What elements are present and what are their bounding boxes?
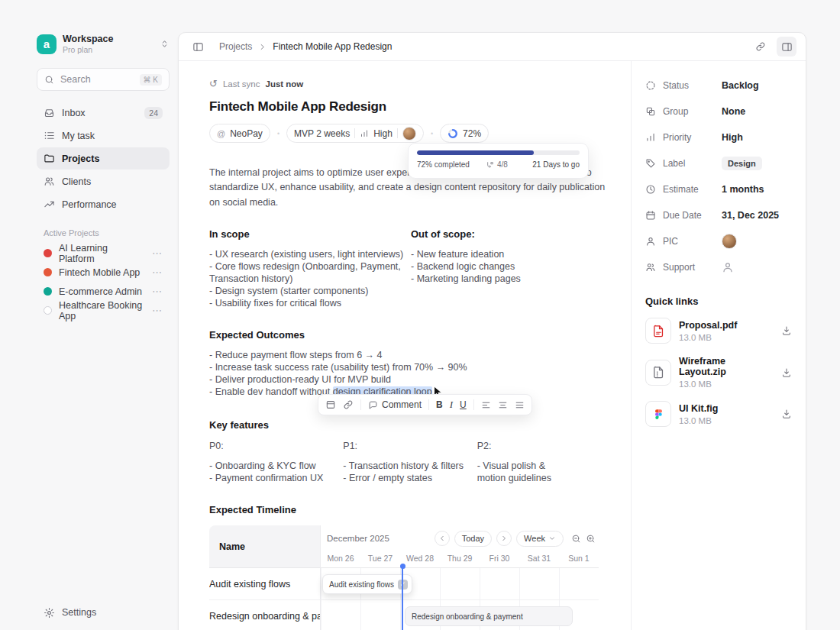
align-center-icon[interactable]	[498, 400, 508, 410]
link-icon[interactable]	[343, 399, 354, 410]
client-pill[interactable]: @ NeoPay	[209, 124, 270, 143]
prev-week-button[interactable]	[435, 531, 450, 546]
pill-divider	[397, 128, 398, 138]
project-item-fintech[interactable]: Fintech Mobile App ⋯	[37, 263, 170, 282]
task-bar[interactable]: Audit existing flows ✓	[322, 574, 412, 594]
pic-avatar[interactable]	[722, 234, 737, 249]
align-left-icon[interactable]	[481, 400, 491, 410]
clock-icon	[645, 184, 656, 195]
property-row-status[interactable]: Status Backlog	[645, 73, 792, 99]
project-item-ai-learning[interactable]: AI Learning Platform ⋯	[37, 244, 170, 263]
project-item-label: AI Learning Platform	[59, 243, 145, 264]
project-color-dot	[44, 306, 52, 315]
sprint-priority-pill[interactable]: MVP 2 weeks High	[286, 124, 424, 143]
file-item-ui-kit[interactable]: UI Kit.fig 13.0 MB	[645, 395, 792, 433]
search-icon	[44, 75, 54, 85]
search-shortcut: ⌘ K	[140, 74, 162, 86]
property-label: Due Date	[645, 210, 722, 221]
search-input[interactable]: Search ⌘ K	[37, 68, 170, 91]
property-row-label[interactable]: Label Design	[645, 150, 792, 176]
underline-button[interactable]: U	[460, 399, 467, 410]
copy-link-icon[interactable]	[751, 37, 771, 57]
workspace-meta: Workspace Pro plan	[63, 34, 113, 54]
priority-value[interactable]: High	[722, 132, 743, 143]
more-menu-icon[interactable]: ⋯	[152, 267, 163, 278]
progress-pill[interactable]: 72%	[440, 124, 489, 143]
last-sync-value: Just now	[265, 79, 303, 89]
sidebar-item-clients[interactable]: Clients	[37, 170, 170, 192]
days-remaining: 21 Days to go	[532, 160, 580, 169]
file-item-wireframe[interactable]: Wireframe Layout.zip 13.0 MB	[645, 350, 792, 395]
breadcrumb-current: Fintech Mobile App Redesign	[273, 41, 392, 52]
list-item: - Onboarding & KYC flow	[209, 460, 343, 472]
property-row-priority[interactable]: Priority High	[645, 124, 792, 150]
progress-completed-label: 72% completed	[417, 160, 470, 169]
file-size: 13.0 MB	[679, 333, 737, 342]
property-row-due-date[interactable]: Due Date 31, Dec 2025	[645, 202, 792, 228]
status-value[interactable]: Backlog	[722, 80, 759, 91]
workspace-switcher[interactable]: a Workspace Pro plan	[37, 34, 170, 54]
property-row-group[interactable]: Group None	[645, 99, 792, 124]
zoom-out-icon[interactable]	[571, 534, 581, 544]
property-row-support[interactable]: Support	[645, 254, 792, 280]
next-week-button[interactable]	[496, 531, 512, 546]
list-item: - Marketing landing pages	[411, 273, 521, 285]
sidebar-item-projects[interactable]: Projects	[37, 147, 170, 170]
day-label: Tue 27	[360, 554, 400, 563]
day-label: Thu 29	[440, 554, 480, 563]
progress-value: 72%	[463, 128, 481, 139]
scope-section: In scope - UX research (existing users, …	[209, 228, 611, 309]
panel-left-toggle-icon[interactable]	[188, 37, 208, 57]
today-button[interactable]: Today	[454, 531, 492, 547]
zoom-in-icon[interactable]	[586, 534, 596, 544]
breadcrumb-root[interactable]: Projects	[219, 41, 252, 52]
view-mode-dropdown[interactable]: Week	[516, 531, 564, 547]
today-marker-line	[402, 568, 403, 630]
workspace-name: Workspace	[63, 34, 113, 44]
italic-button[interactable]: I	[450, 399, 453, 411]
sidebar-item-settings[interactable]: Settings	[37, 601, 103, 624]
download-icon[interactable]	[781, 409, 792, 419]
more-menu-icon[interactable]: ⋯	[152, 305, 163, 316]
card-header: Projects Fintech Mobile App Redesign	[179, 33, 806, 61]
chevrons-up-down-icon[interactable]	[160, 39, 170, 49]
list-item: - Increase task success rate (usability …	[209, 361, 611, 373]
more-menu-icon[interactable]: ⋯	[152, 247, 163, 259]
due-date-value[interactable]: 31, Dec 2025	[722, 210, 779, 221]
file-item-proposal[interactable]: Proposal.pdf 13.0 MB	[645, 312, 792, 350]
sidebar-item-performance[interactable]: Performance	[37, 193, 170, 215]
project-item-healthcare[interactable]: Healthcare Booking App ⋯	[37, 301, 170, 320]
sidebar-item-my-task[interactable]: My task	[37, 124, 170, 147]
align-justify-icon[interactable]	[515, 400, 525, 410]
project-item-ecommerce[interactable]: E-commerce Admin ⋯	[37, 282, 170, 301]
download-icon[interactable]	[781, 325, 792, 336]
estimate-value[interactable]: 1 months	[722, 184, 764, 195]
sidebar-item-label: Performance	[62, 199, 117, 210]
project-color-dot	[44, 268, 52, 276]
workspace-plan: Pro plan	[63, 45, 113, 54]
progress-ring-icon	[447, 128, 458, 139]
property-row-pic[interactable]: PIC	[645, 228, 792, 254]
sidebar-item-inbox[interactable]: Inbox 24	[37, 102, 170, 124]
sidebar-item-label: Inbox	[62, 108, 86, 118]
bold-button[interactable]: B	[436, 399, 443, 410]
feature-column-p0: P0: - Onboarding & KYC flow - Payment co…	[209, 441, 343, 484]
day-label: Wed 28	[400, 554, 440, 563]
property-row-estimate[interactable]: Estimate 1 months	[645, 176, 792, 202]
add-support-user-icon[interactable]	[722, 261, 734, 273]
assignee-avatar[interactable]	[402, 127, 416, 141]
comment-button[interactable]: Comment	[368, 399, 422, 410]
task-bar[interactable]: Redesign onboarding & payment	[405, 606, 573, 626]
priority-value: High	[373, 128, 393, 139]
panel-right-toggle-icon[interactable]	[777, 37, 796, 57]
label-badge[interactable]: Design	[722, 157, 762, 170]
priority-bars-icon	[645, 132, 656, 143]
more-menu-icon[interactable]: ⋯	[152, 286, 163, 297]
timeline-day-labels: Mon 26 Tue 27 Wed 28 Thu 29 Fri 30 Sat 3…	[321, 548, 599, 567]
download-icon[interactable]	[781, 367, 792, 378]
file-name: UI Kit.fig	[679, 403, 718, 414]
insert-block-icon[interactable]	[325, 399, 336, 410]
pdf-file-icon	[645, 318, 671, 344]
group-value[interactable]: None	[722, 106, 745, 117]
expected-outcomes-section: Expected Outcomes - Reduce payment flow …	[209, 329, 611, 398]
